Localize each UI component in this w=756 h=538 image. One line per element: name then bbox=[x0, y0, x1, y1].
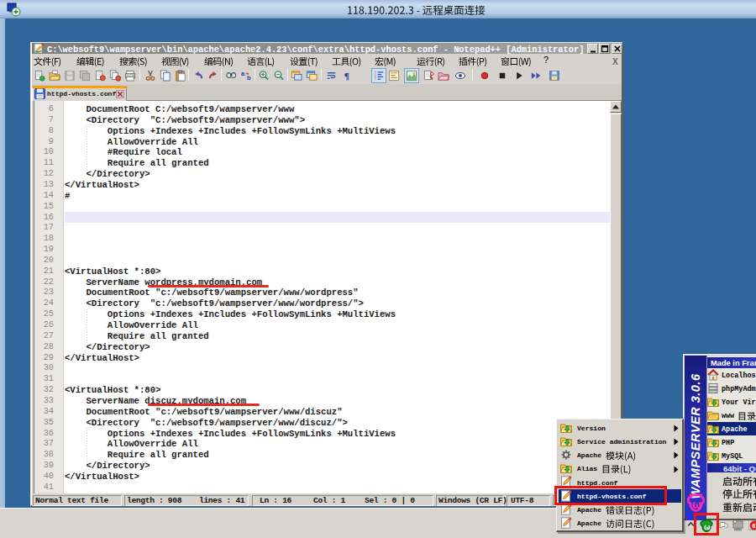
svg-text:b: b bbox=[247, 74, 251, 82]
svg-text:6: 6 bbox=[753, 523, 756, 529]
svg-text:a: a bbox=[241, 70, 245, 77]
svg-text:¶: ¶ bbox=[344, 71, 349, 81]
